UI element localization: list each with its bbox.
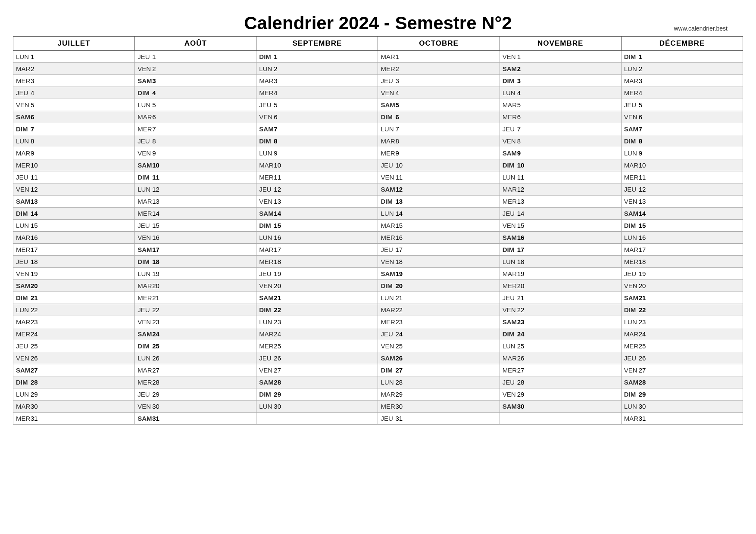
day-name: JEU bbox=[259, 270, 274, 277]
day-name: JEU bbox=[624, 186, 639, 193]
day-name: JEU bbox=[503, 210, 517, 217]
day-number: 20 bbox=[639, 282, 647, 289]
day-name: DIM bbox=[259, 222, 274, 229]
calendar-cell: JEU7 bbox=[500, 123, 621, 135]
day-name: LUN bbox=[16, 137, 31, 145]
day-number: 28 bbox=[31, 379, 39, 386]
day-number: 7 bbox=[395, 125, 404, 133]
calendar-cell: VEN6 bbox=[256, 111, 378, 123]
calendar-cell: SAM21 bbox=[621, 292, 743, 304]
day-name: SAM bbox=[16, 366, 31, 374]
day-number: 4 bbox=[395, 89, 404, 96]
calendar-cell: MAR26 bbox=[500, 352, 621, 364]
day-name: DIM bbox=[381, 198, 395, 205]
calendar-cell: SAM2 bbox=[500, 63, 621, 75]
day-number: 23 bbox=[274, 318, 282, 326]
day-number: 25 bbox=[274, 342, 282, 350]
calendar-cell: JEU5 bbox=[256, 99, 378, 111]
calendar-cell: DIM4 bbox=[135, 87, 256, 99]
day-name: MAR bbox=[381, 306, 395, 314]
calendar-cell: MER16 bbox=[378, 232, 500, 244]
calendar-cell: JEU10 bbox=[378, 159, 500, 171]
calendar-cell: MER10 bbox=[13, 159, 135, 171]
calendar-cell: LUN18 bbox=[500, 256, 621, 268]
calendar-cell: JEU12 bbox=[256, 183, 378, 196]
day-number: 29 bbox=[395, 391, 404, 398]
day-number: 19 bbox=[274, 270, 282, 277]
day-number: 30 bbox=[395, 403, 404, 410]
day-number: 5 bbox=[639, 101, 647, 109]
calendar-cell: LUN30 bbox=[621, 400, 743, 413]
day-name: DIM bbox=[624, 306, 639, 314]
calendar-cell: SAM9 bbox=[500, 147, 621, 159]
day-name: LUN bbox=[503, 342, 517, 350]
calendar-cell: MER18 bbox=[256, 256, 378, 268]
day-number: 29 bbox=[517, 391, 526, 398]
calendar-cell: VEN22 bbox=[500, 304, 621, 316]
calendar-cell: DIM22 bbox=[256, 304, 378, 316]
calendar-cell: JEU22 bbox=[135, 304, 256, 316]
calendar-cell: VEN8 bbox=[500, 135, 621, 147]
calendar-cell: DIM17 bbox=[500, 244, 621, 256]
day-number: 12 bbox=[639, 186, 647, 193]
calendar-cell: LUN9 bbox=[621, 147, 743, 159]
day-number: 11 bbox=[152, 174, 161, 181]
day-name: VEN bbox=[503, 137, 517, 145]
day-number: 3 bbox=[31, 77, 39, 84]
day-number: 7 bbox=[31, 125, 39, 133]
day-number: 27 bbox=[152, 366, 161, 374]
day-name: SAM bbox=[624, 125, 639, 133]
day-number: 1 bbox=[639, 53, 647, 60]
day-name: JEU bbox=[16, 89, 31, 96]
day-number: 12 bbox=[517, 186, 526, 193]
calendar-cell: LUN16 bbox=[621, 232, 743, 244]
day-number: 6 bbox=[152, 113, 161, 121]
day-number: 8 bbox=[639, 137, 647, 145]
day-number: 13 bbox=[517, 198, 526, 205]
day-name: MER bbox=[381, 403, 395, 410]
day-number: 10 bbox=[152, 161, 161, 169]
day-name: MER bbox=[259, 89, 274, 96]
day-number: 22 bbox=[31, 306, 39, 314]
day-name: MER bbox=[259, 174, 274, 181]
day-name: SAM bbox=[624, 294, 639, 301]
day-name: MAR bbox=[624, 246, 639, 253]
day-number: 25 bbox=[152, 342, 161, 350]
day-name: JEU bbox=[137, 137, 152, 145]
calendar-table: JUILLETAOÛTSEPTEMBREOCTOBRENOVEMBREDÉCEM… bbox=[13, 36, 743, 425]
day-number: 12 bbox=[274, 186, 282, 193]
calendar-cell: VEN5 bbox=[13, 99, 135, 111]
calendar-cell: MER25 bbox=[256, 340, 378, 352]
day-name: VEN bbox=[259, 198, 274, 205]
calendar-cell: SAM17 bbox=[135, 244, 256, 256]
day-name: MAR bbox=[503, 101, 517, 109]
day-name: DIM bbox=[381, 282, 395, 289]
day-name: DIM bbox=[624, 137, 639, 145]
calendar-cell: JEU24 bbox=[378, 328, 500, 340]
day-number: 19 bbox=[395, 270, 404, 277]
calendar-cell: LUN23 bbox=[621, 316, 743, 328]
day-number: 31 bbox=[152, 415, 161, 422]
day-number: 29 bbox=[639, 391, 647, 398]
calendar-cell: JEU3 bbox=[378, 75, 500, 87]
day-number: 26 bbox=[395, 354, 404, 362]
day-number: 11 bbox=[31, 174, 39, 181]
day-name: DIM bbox=[381, 113, 395, 121]
calendar-cell: MAR9 bbox=[13, 147, 135, 159]
day-name: LUN bbox=[503, 258, 517, 265]
day-number: 27 bbox=[274, 366, 282, 374]
calendar-cell: LUN1 bbox=[13, 51, 135, 63]
day-number: 30 bbox=[152, 403, 161, 410]
day-name: MAR bbox=[503, 354, 517, 362]
day-number: 21 bbox=[517, 294, 526, 301]
day-name: VEN bbox=[503, 306, 517, 314]
day-number: 16 bbox=[274, 234, 282, 241]
calendar-cell: LUN2 bbox=[621, 63, 743, 75]
calendar-cell: VEN6 bbox=[621, 111, 743, 123]
calendar-cell: MAR2 bbox=[13, 63, 135, 75]
day-number: 22 bbox=[152, 306, 161, 314]
day-number: 27 bbox=[517, 366, 526, 374]
day-number: 26 bbox=[31, 354, 39, 362]
calendar-cell: DIM8 bbox=[621, 135, 743, 147]
calendar-cell: JEU1 bbox=[135, 51, 256, 63]
